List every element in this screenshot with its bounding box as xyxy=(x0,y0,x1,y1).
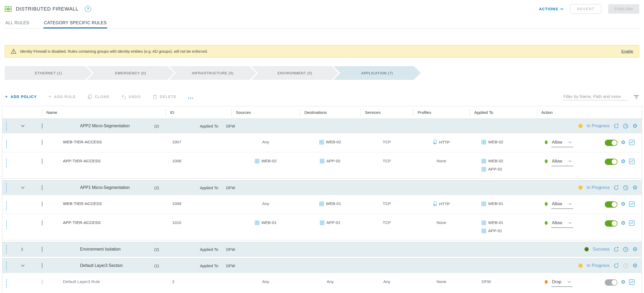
policy-settings-gear-icon[interactable]: ⚙ xyxy=(632,247,637,252)
rule-settings-gear-icon[interactable]: ⚙ xyxy=(621,279,626,285)
drag-handle[interactable] xyxy=(6,279,7,288)
collapse-policy-button[interactable] xyxy=(21,264,25,267)
drag-handle[interactable] xyxy=(6,220,7,229)
rule-enabled-toggle[interactable] xyxy=(605,201,617,208)
drag-handle[interactable] xyxy=(6,261,7,270)
warning-icon xyxy=(11,49,16,54)
delete-button[interactable]: DELETE xyxy=(152,94,176,99)
action-dropdown[interactable]: Allow xyxy=(551,159,573,166)
rule-stats-button[interactable] xyxy=(629,159,635,164)
action-dropdown[interactable]: Allow xyxy=(551,201,573,209)
help-icon[interactable]: ? xyxy=(85,6,91,12)
rule-services[interactable]: Any xyxy=(360,273,413,284)
history-button[interactable] xyxy=(623,247,628,252)
add-rule-button[interactable]: + ADD RULE xyxy=(48,95,76,99)
rule-applied-to[interactable]: WEB-02 xyxy=(470,133,537,144)
enable-link[interactable]: Enable xyxy=(621,49,633,53)
rule-enabled-toggle[interactable] xyxy=(605,220,617,227)
rule-sources[interactable]: Any xyxy=(231,133,300,144)
drag-handle[interactable] xyxy=(6,159,7,167)
drag-handle[interactable] xyxy=(6,245,7,254)
actions-menu[interactable]: ACTIONS xyxy=(539,7,563,11)
rule-settings-gear-icon[interactable]: ⚙ xyxy=(621,140,626,145)
revert-button[interactable]: REVERT xyxy=(570,4,601,14)
policy-settings-gear-icon[interactable]: ⚙ xyxy=(632,123,637,129)
check-status-button[interactable] xyxy=(613,263,619,268)
context-profile-icon xyxy=(433,140,437,145)
rule-applied-to[interactable]: DFW xyxy=(470,273,537,284)
history-button[interactable] xyxy=(623,123,628,129)
action-dropdown[interactable]: Drop xyxy=(551,279,572,287)
policy-applied-to-value[interactable]: DFW xyxy=(226,124,235,128)
rule-profiles[interactable]: None xyxy=(413,152,470,163)
check-status-button[interactable] xyxy=(613,123,619,129)
rule-destinations[interactable]: WEB-02 xyxy=(300,133,360,144)
rule-stats-button[interactable] xyxy=(629,220,635,226)
rule-enabled-toggle[interactable] xyxy=(605,140,617,146)
rule-enabled-toggle[interactable] xyxy=(605,159,617,165)
more-actions-button[interactable]: ... xyxy=(188,95,194,98)
rule-profiles[interactable]: None xyxy=(413,214,470,225)
rule-sources[interactable]: WEB-01 xyxy=(231,214,300,225)
drag-handle[interactable] xyxy=(6,183,7,192)
value: TCP xyxy=(383,140,391,144)
rule-destinations[interactable]: APP-02 xyxy=(300,152,360,163)
category-ethernet[interactable]: ETHERNET (1) xyxy=(5,66,92,80)
rule-profiles[interactable]: None xyxy=(413,273,470,284)
category-infrastructure[interactable]: INFRASTRUCTURE (0) xyxy=(169,66,256,80)
rule-profiles[interactable]: HTTP xyxy=(413,133,470,145)
policy-applied-to-value[interactable]: DFW xyxy=(226,263,235,268)
history-button[interactable] xyxy=(623,263,628,268)
rule-applied-to[interactable]: WEB-01APP-01 xyxy=(470,214,537,233)
policy-settings-gear-icon[interactable]: ⚙ xyxy=(632,263,637,268)
rule-settings-gear-icon[interactable]: ⚙ xyxy=(621,220,626,226)
policy-applied-to-value[interactable]: DFW xyxy=(226,185,235,190)
stats-icon xyxy=(629,159,635,164)
add-policy-button[interactable]: + ADD POLICY xyxy=(5,95,37,99)
rule-services[interactable]: TCP xyxy=(360,195,413,206)
history-button[interactable] xyxy=(623,185,628,191)
rule-enabled-toggle[interactable] xyxy=(605,279,617,286)
policy-settings-gear-icon[interactable]: ⚙ xyxy=(632,185,637,190)
rule-stats-button[interactable] xyxy=(629,140,635,145)
rule-stats-button[interactable] xyxy=(629,201,635,207)
rule-services[interactable]: TCP xyxy=(360,152,413,163)
rule-services[interactable]: TCP xyxy=(360,133,413,144)
stats-icon xyxy=(629,279,635,285)
rule-applied-to[interactable]: WEB-02APP-02 xyxy=(470,152,537,172)
rule-destinations[interactable]: APP-01 xyxy=(300,214,360,225)
rule-stats-button[interactable] xyxy=(629,279,635,285)
rule-destinations[interactable]: WEB-01 xyxy=(300,195,360,206)
rule-sources[interactable]: WEB-02 xyxy=(231,152,300,163)
expand-policy-button[interactable] xyxy=(21,247,23,251)
check-status-button[interactable] xyxy=(613,247,619,252)
filter-input[interactable] xyxy=(563,93,628,100)
rule-settings-gear-icon[interactable]: ⚙ xyxy=(621,201,626,207)
rule-destinations[interactable]: Any xyxy=(300,273,360,284)
check-status-button[interactable] xyxy=(613,185,619,191)
action-dropdown[interactable]: Allow xyxy=(551,140,573,147)
drag-handle[interactable] xyxy=(6,201,7,210)
collapse-policy-button[interactable] xyxy=(21,125,25,127)
publish-button[interactable]: PUBLISH xyxy=(608,4,639,14)
collapse-policy-button[interactable] xyxy=(21,186,25,189)
rule-settings-gear-icon[interactable]: ⚙ xyxy=(621,159,626,164)
undo-button[interactable]: UNDO xyxy=(121,94,141,99)
clone-button[interactable]: CLONE xyxy=(87,94,110,99)
category-application[interactable]: APPLICATION (7) xyxy=(333,66,421,80)
action-dropdown[interactable]: Allow xyxy=(551,220,573,228)
tab-all-rules[interactable]: ALL RULES xyxy=(5,21,30,28)
policy-applied-to-value[interactable]: DFW xyxy=(226,247,235,252)
tab-category-specific-rules[interactable]: CATEGORY SPECIFIC RULES xyxy=(43,21,107,28)
rule-applied-to[interactable]: WEB-01 xyxy=(470,195,537,206)
drag-handle[interactable] xyxy=(6,122,7,130)
rule-services[interactable]: TCP xyxy=(360,214,413,225)
rule-sources[interactable]: Any xyxy=(231,195,300,206)
rule-action: Allow xyxy=(537,214,597,228)
rule-sources[interactable]: Any xyxy=(231,273,300,284)
category-environment[interactable]: ENVIRONMENT (0) xyxy=(251,66,339,80)
filter-icon[interactable] xyxy=(633,95,639,99)
drag-handle[interactable] xyxy=(6,140,7,148)
category-emergency[interactable]: EMERGENCY (0) xyxy=(87,66,174,80)
rule-profiles[interactable]: HTTP xyxy=(413,195,470,206)
